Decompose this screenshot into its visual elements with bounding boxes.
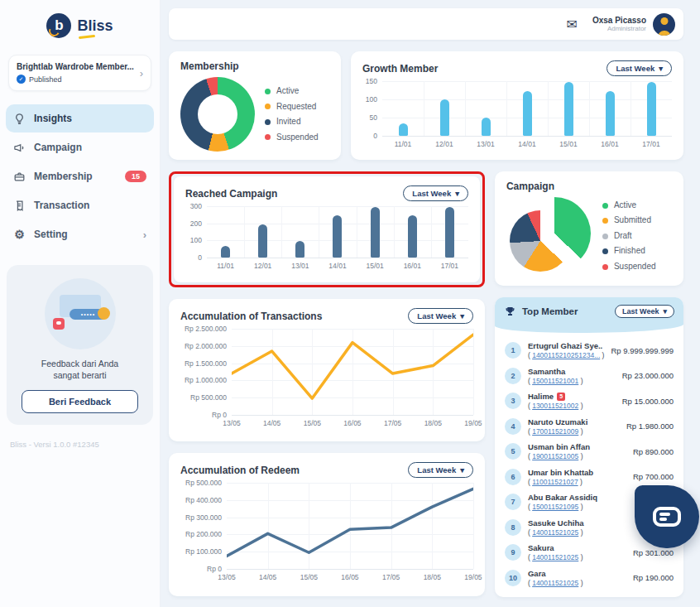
top-member-card: Top Member Last Week ▾ 1Ertugrul Ghazi S… xyxy=(495,297,683,597)
user-role: Administrator xyxy=(592,25,646,32)
sidebar-item-transaction[interactable]: Transaction xyxy=(6,191,154,219)
card-title: Membership xyxy=(180,60,239,72)
gridline-vertical xyxy=(244,206,245,258)
rank-badge: 8 xyxy=(505,519,521,536)
rank-badge: 10 xyxy=(505,570,521,586)
main-content: ✉ Oxsa Picasso Administrator Membership … xyxy=(161,0,700,607)
chevron-right-icon: › xyxy=(143,229,146,241)
briefcase-icon xyxy=(13,171,26,183)
growth-filter-button[interactable]: Last Week ▾ xyxy=(607,60,672,76)
gridline-horizontal xyxy=(227,569,473,570)
avatar[interactable] xyxy=(653,13,675,36)
redeem-filter-button[interactable]: Last Week ▾ xyxy=(408,462,473,478)
chevron-down-icon: ▾ xyxy=(455,189,459,198)
x-tick-label: 15/01 xyxy=(357,262,394,270)
sidebar-item-label: Campaign xyxy=(34,142,82,153)
rank-badge: 7 xyxy=(505,494,521,510)
brand-logo: b Bliss xyxy=(0,10,160,41)
legend-item: Active xyxy=(265,84,319,99)
legend-item: Requested xyxy=(265,99,319,115)
member-id-link[interactable]: 130011521002 xyxy=(532,402,578,410)
legend-label: Draft xyxy=(614,229,632,244)
x-tick-label: 17/05 xyxy=(382,573,400,581)
top-bar: ✉ Oxsa Picasso Administrator xyxy=(169,8,683,40)
sidebar-item-label: Setting xyxy=(34,229,68,240)
x-tick-label: 14/01 xyxy=(319,262,356,270)
sidebar-item-insights[interactable]: Insights xyxy=(6,104,154,132)
member-id-link[interactable]: 170011521009 xyxy=(532,427,578,436)
x-tick-label: 13/05 xyxy=(223,419,240,427)
user-menu[interactable]: Oxsa Picasso Administrator xyxy=(592,16,646,32)
megaphone-icon xyxy=(13,142,26,154)
top-member-filter-button[interactable]: Last Week ▾ xyxy=(615,305,674,318)
member-id-link[interactable]: 150011521001 xyxy=(532,377,578,385)
redeem-card: Accumulation of Redeem Last Week ▾ Rp 50… xyxy=(169,453,485,596)
member-id-link[interactable]: 140011521025 xyxy=(532,579,578,587)
legend-label: Requested xyxy=(276,99,316,115)
gridline-vertical xyxy=(589,81,590,136)
sidebar-item-membership[interactable]: Membership 15 xyxy=(6,162,154,190)
bar xyxy=(408,215,417,258)
bar xyxy=(399,123,408,136)
member-amount: Rp 9.999.999.999 xyxy=(611,346,674,355)
growth-member-plot xyxy=(382,81,672,136)
member-id-link[interactable]: 110011521027 xyxy=(532,478,578,486)
legend-dot xyxy=(265,119,271,125)
member-info: Halime5( 130011521002 ) xyxy=(528,392,616,410)
workspace-selector[interactable]: Brightlab Wardrobe Member... ✓ Published… xyxy=(8,55,151,91)
bar xyxy=(258,224,267,258)
gridline-vertical xyxy=(473,483,474,569)
member-flag-badge: 5 xyxy=(557,393,565,401)
legend-label: Active xyxy=(276,84,299,99)
chevron-down-icon: ▾ xyxy=(460,311,464,320)
reached-filter-button[interactable]: Last Week ▾ xyxy=(403,185,468,201)
member-info: Samantha( 150011521001 ) xyxy=(528,367,616,385)
member-amount: Rp 15.000.000 xyxy=(622,397,674,406)
rank-badge: 2 xyxy=(505,368,521,384)
member-amount: Rp 1.980.000 xyxy=(626,422,674,431)
member-name: Sakura xyxy=(528,543,626,552)
member-info: Gara( 140011521025 ) xyxy=(528,569,626,587)
legend-label: Submitted xyxy=(614,213,651,229)
legend-dot xyxy=(602,218,608,224)
chat-fab[interactable] xyxy=(635,485,699,548)
gridline-vertical xyxy=(465,81,466,136)
member-amount: Rp 700.000 xyxy=(633,472,674,481)
x-tick-label: 12/01 xyxy=(244,262,281,270)
give-feedback-button[interactable]: Beri Feedback xyxy=(22,390,138,413)
member-id-link[interactable]: 190011521005 xyxy=(532,452,578,460)
legend-dot xyxy=(265,134,271,140)
member-id: ( 190011521005 ) xyxy=(528,452,626,460)
x-axis: 13/0514/0515/0516/0517/0518/0519/05 xyxy=(227,573,473,582)
bar xyxy=(221,246,230,258)
gridline-vertical xyxy=(357,206,357,258)
legend-item: Finished xyxy=(602,243,656,259)
sidebar-item-campaign[interactable]: Campaign xyxy=(6,133,154,161)
x-axis: 13/0514/0515/0516/0517/0518/0519/05 xyxy=(232,419,473,428)
legend-label: Active xyxy=(614,198,636,214)
x-tick-label: 16/01 xyxy=(394,262,431,270)
sidebar-item-setting[interactable]: ⚙ Setting › xyxy=(6,220,154,248)
member-id-link[interactable]: 140011521025 xyxy=(532,553,578,561)
x-tick-label: 14/05 xyxy=(259,573,276,581)
envelope-icon[interactable]: ✉ xyxy=(567,17,578,32)
transactions-filter-button[interactable]: Last Week ▾ xyxy=(408,308,473,324)
bar xyxy=(564,82,573,136)
gridline-horizontal xyxy=(382,81,672,82)
top-member-row: 2Samantha( 150011521001 )Rp 23.000.000 xyxy=(505,364,674,389)
illustration-heart-shape xyxy=(53,318,65,330)
member-info: Naruto Uzumaki( 170011521009 ) xyxy=(528,417,620,436)
legend-item: Draft xyxy=(602,229,656,244)
member-id: ( 140011521025 ) xyxy=(528,579,626,587)
member-id-link[interactable]: 1400115210251234... xyxy=(532,351,600,359)
bar xyxy=(333,215,342,258)
top-member-row: 3Halime5( 130011521002 )Rp 15.000.000 xyxy=(505,388,674,414)
x-tick-label: 12/01 xyxy=(424,140,465,148)
rank-badge: 4 xyxy=(505,418,521,435)
member-id-link[interactable]: 140011521025 xyxy=(532,528,578,537)
rank-badge: 3 xyxy=(505,393,521,409)
campaign-card: Campaign ActiveSubmittedDraftFinishedSus… xyxy=(495,171,683,286)
member-id-link[interactable]: 150011521095 xyxy=(532,503,578,511)
member-name: Usman bin Affan xyxy=(528,442,626,451)
legend-label: Suspended xyxy=(614,259,656,275)
